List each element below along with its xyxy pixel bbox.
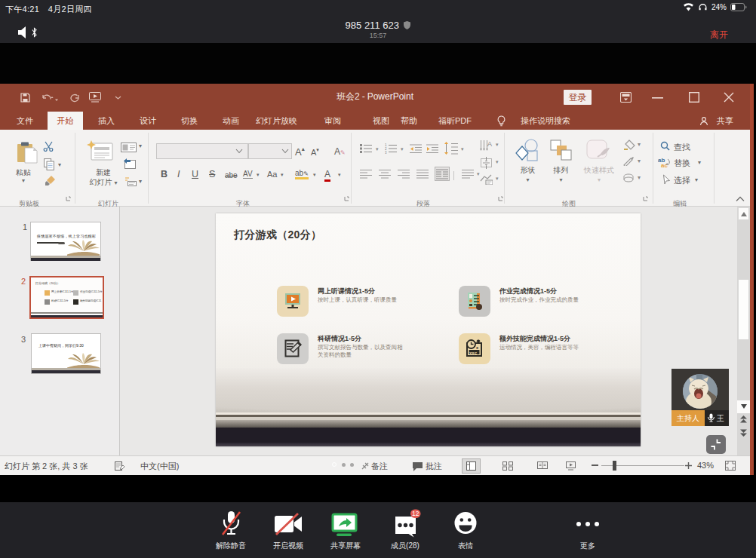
svg-text:3: 3 [385,151,387,155]
svg-text:12: 12 [412,510,419,517]
svg-text:A: A [487,140,492,148]
svg-text:ac: ac [661,162,668,168]
svg-text:xxc: xxc [469,351,478,355]
